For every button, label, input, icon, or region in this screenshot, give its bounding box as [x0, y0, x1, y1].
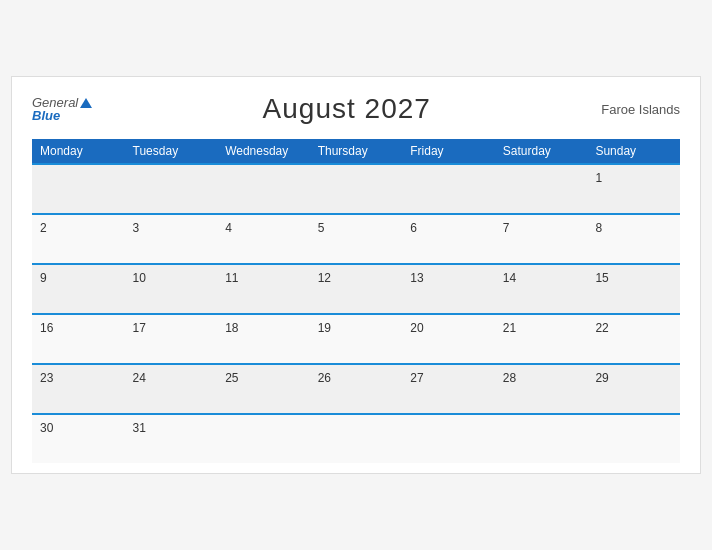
- calendar-day-cell: [217, 414, 310, 463]
- calendar-day-cell: 30: [32, 414, 125, 463]
- calendar-header: General Blue August 2027 Faroe Islands: [32, 93, 680, 125]
- header-saturday: Saturday: [495, 139, 588, 164]
- calendar-day-cell: [495, 164, 588, 214]
- calendar-day-cell: [495, 414, 588, 463]
- calendar-title: August 2027: [263, 93, 431, 125]
- calendar-day-cell: 22: [587, 314, 680, 364]
- header-friday: Friday: [402, 139, 495, 164]
- calendar-day-cell: 11: [217, 264, 310, 314]
- logo: General Blue: [32, 96, 92, 122]
- calendar-day-cell: 23: [32, 364, 125, 414]
- calendar-thead: Monday Tuesday Wednesday Thursday Friday…: [32, 139, 680, 164]
- calendar-day-cell: 21: [495, 314, 588, 364]
- calendar-day-cell: 8: [587, 214, 680, 264]
- calendar-day-cell: 24: [125, 364, 218, 414]
- calendar-day-cell: 18: [217, 314, 310, 364]
- calendar-day-cell: [310, 414, 403, 463]
- calendar-day-cell: 6: [402, 214, 495, 264]
- calendar-day-cell: 25: [217, 364, 310, 414]
- logo-blue-text: Blue: [32, 109, 60, 122]
- calendar-day-cell: 19: [310, 314, 403, 364]
- logo-triangle-icon: [80, 98, 92, 108]
- calendar-day-cell: 1: [587, 164, 680, 214]
- day-header-row: Monday Tuesday Wednesday Thursday Friday…: [32, 139, 680, 164]
- header-thursday: Thursday: [310, 139, 403, 164]
- calendar-day-cell: 26: [310, 364, 403, 414]
- header-wednesday: Wednesday: [217, 139, 310, 164]
- calendar-day-cell: 4: [217, 214, 310, 264]
- calendar-day-cell: [402, 164, 495, 214]
- calendar-day-cell: 14: [495, 264, 588, 314]
- header-tuesday: Tuesday: [125, 139, 218, 164]
- calendar-week-row: 16171819202122: [32, 314, 680, 364]
- calendar-day-cell: 10: [125, 264, 218, 314]
- calendar-day-cell: 12: [310, 264, 403, 314]
- calendar-day-cell: [587, 414, 680, 463]
- calendar-week-row: 3031: [32, 414, 680, 463]
- calendar-container: General Blue August 2027 Faroe Islands M…: [11, 76, 701, 474]
- calendar-day-cell: [402, 414, 495, 463]
- calendar-day-cell: [217, 164, 310, 214]
- calendar-day-cell: [32, 164, 125, 214]
- calendar-day-cell: 13: [402, 264, 495, 314]
- calendar-day-cell: 29: [587, 364, 680, 414]
- header-monday: Monday: [32, 139, 125, 164]
- calendar-week-row: 2345678: [32, 214, 680, 264]
- calendar-day-cell: 31: [125, 414, 218, 463]
- calendar-table: Monday Tuesday Wednesday Thursday Friday…: [32, 139, 680, 463]
- calendar-day-cell: 28: [495, 364, 588, 414]
- calendar-region: Faroe Islands: [601, 102, 680, 117]
- calendar-day-cell: 2: [32, 214, 125, 264]
- calendar-day-cell: 16: [32, 314, 125, 364]
- calendar-day-cell: 5: [310, 214, 403, 264]
- calendar-day-cell: 3: [125, 214, 218, 264]
- calendar-week-row: 23242526272829: [32, 364, 680, 414]
- calendar-day-cell: 7: [495, 214, 588, 264]
- calendar-day-cell: 9: [32, 264, 125, 314]
- calendar-day-cell: 20: [402, 314, 495, 364]
- calendar-day-cell: 17: [125, 314, 218, 364]
- calendar-day-cell: [125, 164, 218, 214]
- calendar-week-row: 1: [32, 164, 680, 214]
- calendar-day-cell: 27: [402, 364, 495, 414]
- calendar-day-cell: [310, 164, 403, 214]
- calendar-body: 1234567891011121314151617181920212223242…: [32, 164, 680, 463]
- calendar-week-row: 9101112131415: [32, 264, 680, 314]
- header-sunday: Sunday: [587, 139, 680, 164]
- calendar-day-cell: 15: [587, 264, 680, 314]
